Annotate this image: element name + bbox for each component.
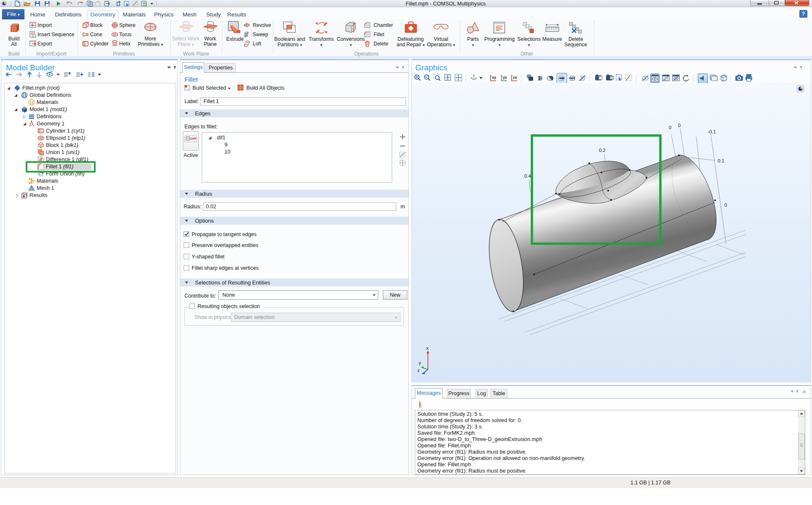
svg-text:zx: zx xyxy=(513,75,517,80)
svg-text:xy: xy xyxy=(492,75,496,80)
svg-text:0.4: 0.4 xyxy=(524,173,532,178)
svg-text:-0.1: -0.1 xyxy=(708,129,716,134)
svg-text:0: 0 xyxy=(724,202,727,207)
svg-text:0.2: 0.2 xyxy=(599,148,606,153)
svg-text:z: z xyxy=(417,368,420,373)
svg-text:0: 0 xyxy=(669,125,671,130)
svg-text:y: y xyxy=(419,360,421,365)
svg-text:0: 0 xyxy=(678,123,681,128)
svg-text:x: x xyxy=(426,346,429,351)
svg-text:yz: yz xyxy=(503,75,507,80)
svg-text:0.1: 0.1 xyxy=(718,158,724,163)
